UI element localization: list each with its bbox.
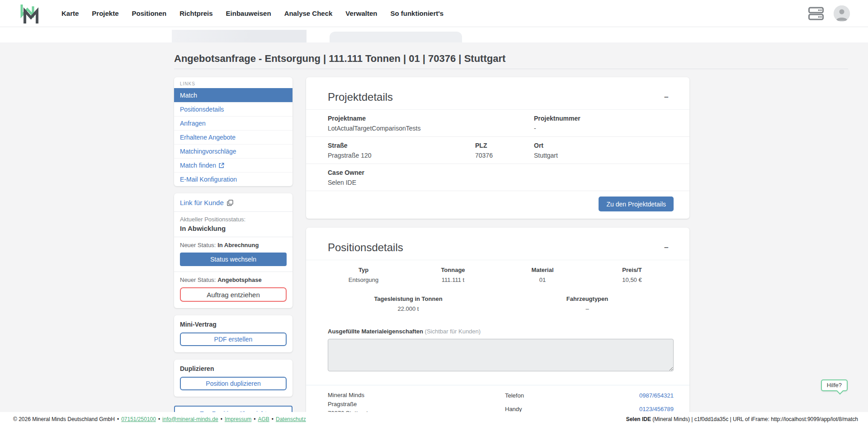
header-icons	[808, 5, 850, 22]
scroll-strip	[0, 28, 868, 42]
hilfe-button[interactable]: Hilfe?	[821, 379, 848, 391]
copyright-text: © 2026 Mineral Minds Deutschland GmbH	[13, 416, 115, 422]
app-root: Karte Projekte Positionen Richtpreis Ein…	[0, 0, 868, 426]
nav-item-positionen[interactable]: Positionen	[132, 9, 167, 17]
user-avatar[interactable]	[834, 5, 850, 22]
mini-vertrag-title: Mini-Vertrag	[180, 321, 287, 328]
new-status-label: Neuer Status:	[180, 242, 216, 248]
sidebar-item-anfragen[interactable]: Anfragen	[174, 116, 292, 130]
field-value: 10,50 €	[587, 276, 677, 283]
kunde-card: Link für Kunde Aktueller Positionsstatus…	[174, 193, 292, 308]
separator-dot: •	[117, 416, 119, 422]
new-status-text: Neuer Status: In Abrechnung	[174, 237, 292, 248]
revert-status-text: Neuer Status: Angebotsphase	[174, 272, 292, 283]
mini-vertrag-card: Mini-Vertrag PDF erstellen	[174, 315, 292, 352]
current-status-value: In Abwicklung	[180, 225, 287, 232]
field-material: Material 01	[498, 267, 587, 283]
nav-item-einbauweisen[interactable]: Einbauweisen	[226, 9, 271, 17]
contact-city: 70376 Stuttgart	[328, 409, 505, 412]
field-label: Preis/T	[587, 267, 677, 273]
duplizieren-title: Duplizieren	[180, 365, 287, 372]
mobile-link[interactable]: 0123/456789	[639, 406, 674, 412]
links-card: LINKS Match Positionsdetails Anfragen Er…	[174, 77, 292, 186]
field-label: Tonnage	[408, 267, 498, 273]
new-status-value: In Abrechnung	[217, 242, 259, 248]
field-case-owner: Case Owner Selen IDE	[328, 169, 534, 187]
footer-session-info: (Mineral Minds) | c1f0dd1da35c | URL of …	[651, 416, 858, 422]
field-value: 01	[498, 276, 587, 283]
field-label: PLZ	[475, 142, 534, 150]
footer-link-phone[interactable]: 07151/250100	[121, 416, 156, 422]
footer-user: Selen IDE	[626, 416, 651, 422]
field-value: –	[498, 305, 677, 312]
collapse-icon[interactable]: −	[661, 93, 671, 102]
footer-right: Selen IDE (Mineral Minds) | c1f0dd1da35c…	[626, 416, 858, 422]
phone-label: Telefon	[505, 392, 524, 399]
auftrag-entziehen-button[interactable]: Auftrag entziehen	[180, 287, 287, 302]
sidebar: LINKS Match Positionsdetails Anfragen Er…	[174, 77, 292, 412]
footer-link-email[interactable]: info@mineral-minds.de	[162, 416, 218, 422]
sidebar-item-email-konfiguration[interactable]: E-Mail Konfiguration	[174, 172, 292, 186]
field-fahrzeugtypen: Fahrzeugtypen –	[498, 295, 677, 312]
footer-left: © 2026 Mineral Minds Deutschland GmbH • …	[13, 416, 306, 422]
zu-den-projektdetails-button[interactable]: Zu den Projektdetails	[599, 197, 674, 211]
field-tagesleistung: Tagesleistung in Tonnen 22.000 t	[319, 295, 498, 312]
revert-status-value: Angebotsphase	[217, 276, 262, 283]
page-title: Angebotsanfrage - Entsorgung | 111.111 T…	[174, 53, 848, 65]
zur-positionsuebersicht-button[interactable]: Zur Positionsübersicht	[174, 406, 292, 412]
field-value: Stuttgart	[534, 152, 674, 159]
main-area: Angebotsanfrage - Entsorgung | 111.111 T…	[0, 42, 868, 412]
link-fuer-kunde[interactable]: Link für Kunde	[174, 193, 292, 211]
contact-street: Pragstraße	[328, 400, 505, 409]
projektdetails-card: Projektdetails − Projektname LotActualTa…	[306, 77, 689, 219]
nav-item-analyse-check[interactable]: Analyse Check	[284, 9, 333, 17]
field-projektname: Projektname LotActualTargetComparisonTes…	[328, 115, 534, 132]
nav-item-richtpreis[interactable]: Richtpreis	[179, 9, 212, 17]
link-fuer-kunde-label: Link für Kunde	[180, 199, 224, 206]
footer-link-impressum[interactable]: Impressum	[225, 416, 251, 422]
sidebar-item-match[interactable]: Match	[174, 88, 292, 102]
footer-link-datenschutz[interactable]: Datenschutz	[276, 416, 306, 422]
phone-link[interactable]: 0987/654321	[639, 392, 674, 399]
server-icon[interactable]	[808, 7, 824, 20]
status-wechseln-button[interactable]: Status wechseln	[180, 253, 287, 266]
nav-item-verwalten[interactable]: Verwalten	[345, 9, 377, 17]
projekt-row-3: Case Owner Selen IDE	[306, 164, 689, 191]
pdf-erstellen-button[interactable]: PDF erstellen	[180, 332, 287, 346]
sidebar-item-positionsdetails[interactable]: Positionsdetails	[174, 102, 292, 116]
sidebar-item-label: Match finden	[180, 162, 216, 169]
nav-item-karte[interactable]: Karte	[61, 9, 79, 17]
field-ort: Ort Stuttgart	[534, 142, 674, 159]
field-label: Typ	[319, 267, 408, 273]
field-label: Ort	[534, 142, 674, 150]
field-preis-t: Preis/T 10,50 €	[587, 267, 677, 283]
collapse-icon[interactable]: −	[661, 243, 671, 253]
current-status-label: Aktueller Positionsstatus:	[180, 216, 287, 223]
navbar: Karte Projekte Positionen Richtpreis Ein…	[0, 0, 868, 27]
mineral-minds-logo[interactable]	[20, 3, 39, 24]
field-value: Entsorgung	[319, 276, 408, 283]
position-duplizieren-button[interactable]: Position duplizieren	[180, 377, 287, 390]
sidebar-item-erhaltene-angebote[interactable]: Erhaltene Angebote	[174, 130, 292, 144]
field-plz: PLZ 70376	[475, 142, 534, 159]
separator-dot: •	[272, 416, 274, 422]
nav-item-projekte[interactable]: Projekte	[92, 9, 118, 17]
links-header: LINKS	[174, 77, 292, 88]
positionsdetails-card: Positionsdetails − Typ Entsorgung Tonnag…	[306, 228, 689, 412]
field-typ: Typ Entsorgung	[319, 267, 408, 283]
separator-dot: •	[254, 416, 255, 422]
contact-numbers: Telefon 0987/654321 Handy 0123/456789	[505, 389, 674, 412]
sidebar-item-matchingvorschlaege[interactable]: Matchingvorschläge	[174, 144, 292, 158]
contact-company: Mineral Minds	[328, 391, 505, 400]
projekt-row-1: Projektname LotActualTargetComparisonTes…	[306, 110, 689, 136]
material-properties-note: (Sichtbar für Kunden)	[425, 328, 481, 335]
field-value: Selen IDE	[328, 179, 534, 187]
field-label: Case Owner	[328, 169, 534, 177]
sidebar-item-match-finden[interactable]: Match finden	[174, 158, 292, 172]
material-properties-textarea[interactable]	[328, 339, 674, 371]
footer-link-agb[interactable]: AGB	[258, 416, 269, 422]
position-row-2: Tagesleistung in Tonnen 22.000 t Fahrzeu…	[306, 283, 689, 312]
copy-icon	[227, 200, 233, 206]
nav-item-so-funktionierts[interactable]: So funktioniert's	[390, 9, 443, 17]
position-row-1: Typ Entsorgung Tonnage 111.111 t Materia…	[306, 260, 689, 283]
